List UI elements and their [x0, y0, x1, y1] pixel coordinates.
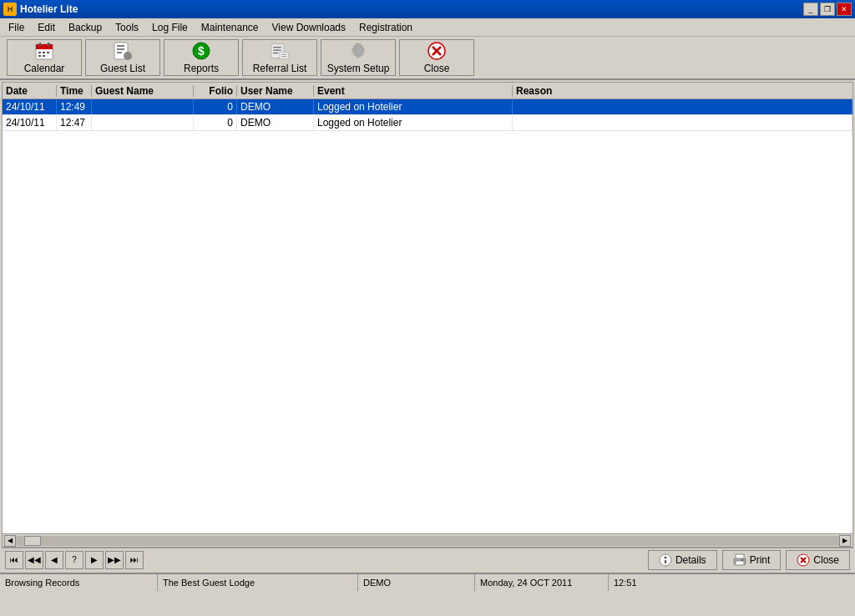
toolbar-close-icon [427, 41, 447, 61]
restore-button[interactable]: ❐ [820, 3, 835, 16]
col-header-guest: Guest Name [92, 85, 194, 97]
toolbar-system-setup[interactable]: System Setup [321, 39, 396, 76]
nav-bar: ⏮ ◀◀ ◀ ? ▶ ▶▶ ⏭ Details [2, 548, 853, 571]
status-user: DEMO [358, 574, 475, 591]
cell-folio-1: 0 [194, 99, 237, 114]
toolbar-guest-list[interactable]: Guest List [85, 39, 160, 76]
svg-rect-8 [43, 55, 45, 57]
close-icon [797, 553, 810, 567]
table-header: Date Time Guest Name Folio User Name Eve… [3, 83, 852, 99]
toolbar-calendar[interactable]: Calendar [7, 39, 82, 76]
toolbar-system-setup-label: System Setup [327, 63, 390, 74]
status-bar: Browsing Records The Best Guest Lodge DE… [0, 573, 855, 591]
table-row[interactable]: 24/10/11 12:49 0 DEMO Logged on Hotelier [3, 99, 852, 115]
svg-point-28 [664, 556, 666, 558]
svg-rect-7 [38, 55, 41, 57]
col-header-user: User Name [237, 85, 314, 97]
cell-user-1: DEMO [237, 99, 314, 114]
cell-time-1: 12:49 [57, 99, 92, 114]
referral-list-icon [270, 41, 290, 61]
menu-viewdownloads[interactable]: View Downloads [266, 20, 353, 35]
guest-list-icon [113, 41, 133, 61]
svg-rect-4 [38, 52, 41, 53]
svg-point-10 [124, 52, 132, 60]
nav-next[interactable]: ▶ [85, 551, 104, 569]
cell-date-2: 24/10/11 [3, 115, 57, 130]
details-button[interactable]: Details [648, 550, 717, 570]
toolbar-close[interactable]: Close [399, 39, 474, 76]
svg-rect-6 [47, 52, 49, 53]
calendar-icon [34, 41, 54, 61]
col-header-event: Event [314, 85, 513, 97]
cell-guest-1 [92, 99, 194, 114]
toolbar-referral-list[interactable]: Referral List [242, 39, 317, 76]
print-icon [733, 553, 746, 567]
status-section: Browsing Records [0, 574, 158, 591]
cell-folio-2: 0 [194, 115, 237, 130]
menu-bar: File Edit Backup Tools Log File Maintena… [0, 18, 855, 37]
reports-icon: $ [191, 41, 211, 61]
cell-guest-2 [92, 115, 194, 130]
col-header-time: Time [57, 85, 92, 97]
cell-user-2: DEMO [237, 115, 314, 130]
nav-help[interactable]: ? [65, 551, 83, 569]
col-header-folio: Folio [194, 85, 237, 97]
toolbar-calendar-label: Calendar [24, 63, 65, 74]
svg-rect-32 [736, 561, 744, 565]
app-title: Hotelier Lite [20, 3, 78, 15]
action-buttons: Details Print Close [648, 550, 850, 570]
title-bar: H Hotelier Lite _ ❐ ✕ [0, 0, 855, 18]
toolbar-referral-list-label: Referral List [253, 63, 307, 74]
cell-date-1: 24/10/11 [3, 99, 57, 114]
scroll-thumb[interactable] [24, 536, 41, 546]
cell-reason-1 [513, 99, 852, 114]
system-setup-icon [348, 41, 368, 61]
nav-last[interactable]: ⏭ [125, 551, 144, 569]
svg-rect-33 [741, 559, 743, 561]
table-row[interactable]: 24/10/11 12:47 0 DEMO Logged on Hotelier [3, 115, 852, 131]
table-body: 24/10/11 12:49 0 DEMO Logged on Hotelier… [3, 99, 852, 533]
col-header-date: Date [3, 85, 57, 97]
record-navigation: ⏮ ◀◀ ◀ ? ▶ ▶▶ ⏭ [5, 551, 144, 569]
nav-prev-page[interactable]: ◀◀ [25, 551, 43, 569]
close-button[interactable]: Close [786, 550, 850, 570]
toolbar-close-label: Close [424, 63, 450, 74]
menu-maintenance[interactable]: Maintenance [195, 20, 266, 35]
window-close-button[interactable]: ✕ [837, 3, 852, 16]
status-time: 12:51 [609, 574, 855, 591]
col-header-reason: Reason [513, 85, 852, 97]
details-icon [659, 553, 672, 567]
cell-time-2: 12:47 [57, 115, 92, 130]
nav-prev[interactable]: ◀ [45, 551, 63, 569]
app-icon: H [3, 3, 17, 16]
menu-file[interactable]: File [2, 20, 31, 35]
scroll-track [16, 536, 839, 546]
nav-first[interactable]: ⏮ [5, 551, 23, 569]
svg-rect-20 [280, 53, 288, 59]
cell-event-2: Logged on Hotelier [314, 115, 513, 130]
horizontal-scrollbar[interactable]: ◀ ▶ [3, 533, 852, 547]
svg-rect-1 [36, 44, 53, 49]
menu-backup[interactable]: Backup [62, 20, 109, 35]
menu-tools[interactable]: Tools [109, 20, 145, 35]
menu-edit[interactable]: Edit [31, 20, 62, 35]
toolbar-reports[interactable]: $ Reports [164, 39, 239, 76]
nav-next-page[interactable]: ▶▶ [105, 551, 124, 569]
log-table: Date Time Guest Name Folio User Name Eve… [2, 82, 853, 548]
scroll-right-button[interactable]: ▶ [839, 535, 851, 547]
status-hotel: The Best Guest Lodge [158, 574, 358, 591]
toolbar-guest-list-label: Guest List [100, 63, 145, 74]
scroll-left-button[interactable]: ◀ [4, 535, 16, 547]
cell-reason-2 [513, 115, 852, 130]
svg-rect-5 [43, 52, 45, 53]
toolbar: Calendar Guest List $ Reports [0, 37, 855, 80]
status-date: Monday, 24 OCT 2011 [475, 574, 609, 591]
menu-registration[interactable]: Registration [352, 20, 419, 35]
svg-text:$: $ [198, 44, 205, 58]
cell-event-1: Logged on Hotelier [314, 99, 513, 114]
toolbar-reports-label: Reports [184, 63, 219, 74]
print-button[interactable]: Print [722, 550, 782, 570]
minimize-button[interactable]: _ [803, 3, 818, 16]
menu-logfile[interactable]: Log File [145, 20, 195, 35]
